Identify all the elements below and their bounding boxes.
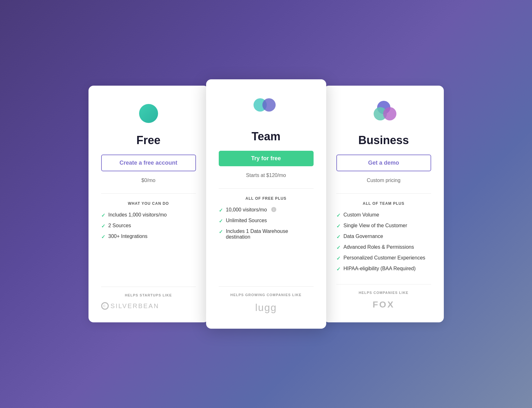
- business-feature-3: ✓ Data Governance: [336, 234, 431, 240]
- team-plan-name: Team: [252, 130, 280, 143]
- business-cta-button[interactable]: Get a demo: [336, 155, 431, 171]
- free-cta-button[interactable]: Create a free account: [101, 155, 196, 171]
- business-plan-card: Business Get a demo Custom pricing ALL O…: [324, 86, 444, 322]
- free-icon-circle: [139, 104, 158, 123]
- business-features-title: ALL OF TEAM PLUS: [363, 201, 405, 206]
- free-features-title: WHAT YOU CAN DO: [128, 201, 169, 206]
- team-feature-1: ✓ 10,000 visitors/mo i: [219, 207, 314, 213]
- team-circle-right: [262, 98, 276, 112]
- business-plan-price: Custom pricing: [367, 178, 401, 183]
- business-helps-title: HELPS COMPANIES LIKE: [336, 291, 431, 295]
- team-plan-card: Team Try for free Starts at $120/mo ALL …: [206, 79, 326, 329]
- silverbean-icon: ©: [101, 302, 109, 310]
- business-features-list: ✓ Custom Volume ✓ Single View of the Cus…: [336, 212, 431, 277]
- helps-divider: [219, 286, 314, 287]
- team-features-list: ✓ 10,000 visitors/mo i ✓ Unlimited Sourc…: [219, 207, 314, 244]
- check-icon: ✓: [219, 207, 223, 213]
- business-plan-divider: [336, 193, 431, 194]
- team-cta-button[interactable]: Try for free: [219, 151, 314, 166]
- free-helps-section: HELPS STARTUPS LIKE © SILVERBEAN: [101, 279, 196, 310]
- team-feature-3: ✓ Includes 1 Data Warehouse destination: [219, 228, 314, 240]
- free-feature-2: ✓ 2 Sources: [101, 223, 196, 229]
- check-icon: ✓: [336, 245, 340, 251]
- free-plan-price: $0/mo: [141, 178, 155, 183]
- check-icon: ✓: [219, 229, 223, 235]
- helps-divider: [336, 284, 431, 284]
- check-icon: ✓: [336, 266, 340, 272]
- pricing-container: Free Create a free account $0/mo WHAT YO…: [67, 67, 465, 341]
- business-feature-2: ✓ Single View of the Customer: [336, 223, 431, 229]
- business-icon-circles: [371, 101, 396, 124]
- free-plan-name: Free: [136, 134, 160, 147]
- helps-divider: [101, 287, 196, 287]
- business-helps-section: HELPS COMPANIES LIKE FOX: [336, 277, 431, 310]
- team-helps-section: HELPS GROWING COMPANIES LIKE lugg: [219, 279, 314, 314]
- free-helps-title: HELPS STARTUPS LIKE: [101, 293, 196, 297]
- check-icon: ✓: [336, 234, 340, 240]
- team-helps-title: HELPS GROWING COMPANIES LIKE: [219, 293, 314, 297]
- check-icon: ✓: [219, 218, 223, 224]
- check-icon: ✓: [336, 212, 340, 218]
- lugg-logo: lugg: [219, 302, 314, 314]
- business-feature-4: ✓ Advanced Roles & Permissions: [336, 244, 431, 251]
- check-icon: ✓: [101, 234, 105, 240]
- check-icon: ✓: [101, 212, 105, 218]
- business-plan-icon: [371, 101, 396, 126]
- free-feature-3: ✓ 300+ Integrations: [101, 234, 196, 240]
- free-plan-icon: [136, 101, 161, 126]
- business-feature-1: ✓ Custom Volume: [336, 212, 431, 218]
- team-features-title: ALL OF FREE PLUS: [246, 196, 287, 201]
- business-plan-name: Business: [358, 134, 409, 147]
- team-plan-icon: [254, 97, 279, 122]
- team-feature-2: ✓ Unlimited Sources: [219, 218, 314, 224]
- check-icon: ✓: [336, 223, 340, 229]
- team-plan-price: Starts at $120/mo: [246, 173, 286, 178]
- team-plan-divider: [219, 188, 314, 189]
- business-feature-6: ✓ HIPAA-eligibility (BAA Required): [336, 266, 431, 272]
- silverbean-logo: © SILVERBEAN: [101, 302, 196, 310]
- business-feature-5: ✓ Personalized Customer Experiences: [336, 255, 431, 261]
- free-feature-1: ✓ Includes 1,000 visitors/mo: [101, 212, 196, 218]
- free-features-list: ✓ Includes 1,000 visitors/mo ✓ 2 Sources…: [101, 212, 196, 244]
- info-icon[interactable]: i: [271, 207, 276, 212]
- check-icon: ✓: [336, 255, 340, 261]
- team-icon-circles: [254, 97, 279, 113]
- free-plan-divider: [101, 193, 196, 194]
- check-icon: ✓: [101, 223, 105, 229]
- fox-logo: FOX: [336, 300, 431, 310]
- free-plan-card: Free Create a free account $0/mo WHAT YO…: [89, 86, 209, 322]
- business-circle-right: [383, 107, 396, 120]
